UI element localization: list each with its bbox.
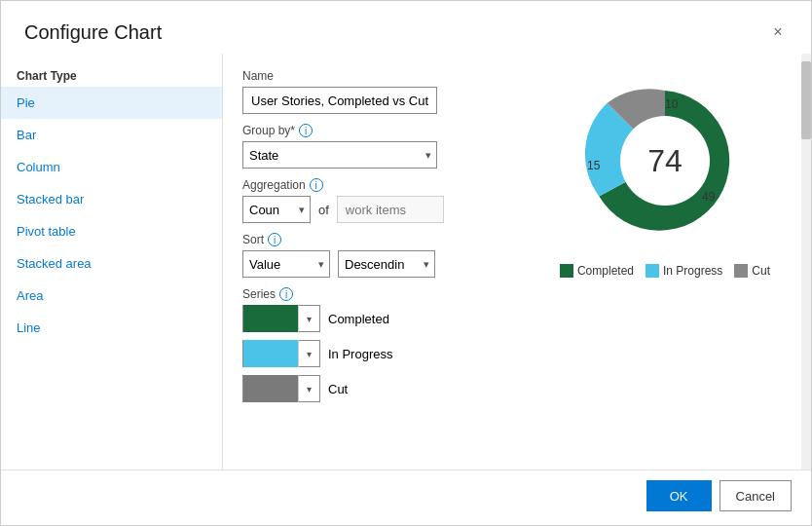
sort-section: Sort i Value Descendin: [242, 233, 509, 278]
in-progress-swatch-dropdown[interactable]: ▾: [242, 340, 320, 367]
donut-chart: 10 15 49 74: [577, 73, 753, 248]
sort-direction-select[interactable]: Descendin: [338, 250, 435, 278]
sort-label: Sort i: [242, 233, 509, 246]
name-input[interactable]: [242, 87, 437, 114]
legend-swatch-cut: [734, 264, 748, 278]
cut-series-label: Cut: [328, 382, 348, 396]
series-label: Series i: [242, 287, 509, 301]
label-cut: 10: [665, 97, 678, 111]
series-row-cut: ▾ Cut: [242, 375, 509, 402]
completed-swatch-dropdown[interactable]: ▾: [242, 305, 320, 332]
chart-type-sidebar: Chart Type Pie Bar Column Stacked bar Pi…: [1, 54, 223, 470]
chart-type-label: Chart Type: [1, 63, 222, 87]
cut-swatch-arrow[interactable]: ▾: [298, 375, 319, 402]
legend-swatch-in-progress: [646, 264, 659, 278]
group-by-section: Group by* i State: [242, 124, 509, 169]
scrollbar-track[interactable]: [801, 54, 811, 470]
aggregation-select-wrapper: Coun: [242, 196, 311, 223]
form-content: Name Group by* i State Aggregation: [223, 54, 529, 470]
close-button[interactable]: ×: [764, 19, 792, 46]
series-row-completed: ▾ Completed: [242, 305, 509, 332]
in-progress-swatch-arrow[interactable]: ▾: [298, 340, 319, 367]
legend-label-completed: Completed: [577, 264, 634, 278]
legend-cut: Cut: [734, 264, 770, 278]
sidebar-item-line[interactable]: Line: [1, 312, 222, 344]
configure-chart-dialog: Configure Chart × Chart Type Pie Bar Col…: [0, 0, 812, 526]
sort-info-icon[interactable]: i: [268, 233, 281, 246]
scrollbar-thumb[interactable]: [801, 61, 811, 139]
completed-color-swatch: [243, 305, 298, 332]
aggregation-section: Aggregation i Coun of: [242, 178, 509, 223]
dialog-header: Configure Chart ×: [1, 1, 811, 54]
series-row-in-progress: ▾ In Progress: [242, 340, 509, 367]
legend-label-cut: Cut: [752, 264, 770, 278]
legend-swatch-completed: [560, 264, 573, 278]
sort-value-select[interactable]: Value: [242, 250, 330, 278]
sidebar-item-bar[interactable]: Bar: [1, 119, 222, 151]
group-by-info-icon[interactable]: i: [299, 124, 313, 137]
sidebar-item-area[interactable]: Area: [1, 280, 222, 312]
dialog-title: Configure Chart: [24, 21, 162, 44]
cancel-button[interactable]: Cancel: [720, 480, 792, 511]
dialog-footer: OK Cancel: [1, 470, 811, 525]
name-label: Name: [242, 69, 509, 83]
sidebar-item-pivot-table[interactable]: Pivot table: [1, 215, 222, 247]
ok-button[interactable]: OK: [646, 480, 712, 511]
legend-in-progress: In Progress: [646, 264, 722, 278]
group-by-select-wrapper: State: [242, 141, 437, 169]
sort-direction-select-wrapper: Descendin: [338, 250, 435, 278]
group-by-select[interactable]: State: [242, 141, 437, 169]
sidebar-item-pie[interactable]: Pie: [1, 87, 222, 119]
chart-preview: 10 15 49 74 Completed In Progress Cut: [529, 54, 801, 470]
series-info-icon[interactable]: i: [279, 287, 293, 301]
cut-color-swatch: [243, 375, 298, 402]
sidebar-item-stacked-bar[interactable]: Stacked bar: [1, 183, 222, 215]
legend-label-in-progress: In Progress: [663, 264, 722, 278]
in-progress-color-swatch: [243, 340, 298, 367]
of-text: of: [318, 203, 329, 217]
group-by-label: Group by* i: [242, 124, 509, 137]
chart-legend: Completed In Progress Cut: [560, 264, 770, 278]
name-section: Name: [242, 69, 509, 114]
legend-completed: Completed: [560, 264, 634, 278]
cut-swatch-dropdown[interactable]: ▾: [242, 375, 320, 402]
sort-value-select-wrapper: Value: [242, 250, 330, 278]
aggregation-select[interactable]: Coun: [242, 196, 311, 223]
completed-series-label: Completed: [328, 312, 389, 326]
dialog-body: Chart Type Pie Bar Column Stacked bar Pi…: [1, 54, 811, 470]
aggregation-row: Coun of: [242, 196, 509, 223]
in-progress-series-label: In Progress: [328, 347, 392, 361]
aggregation-label: Aggregation i: [242, 178, 509, 192]
donut-center-value: 74: [647, 143, 683, 179]
sidebar-item-stacked-area[interactable]: Stacked area: [1, 247, 222, 280]
label-completed: 49: [702, 190, 715, 204]
completed-swatch-arrow[interactable]: ▾: [298, 305, 319, 332]
series-section: Series i ▾ Completed ▾: [242, 287, 509, 402]
aggregation-info-icon[interactable]: i: [310, 178, 323, 192]
label-in-progress: 15: [587, 159, 600, 172]
work-items-input[interactable]: [337, 196, 444, 223]
sidebar-item-column[interactable]: Column: [1, 151, 222, 183]
sort-row: Value Descendin: [242, 250, 509, 278]
